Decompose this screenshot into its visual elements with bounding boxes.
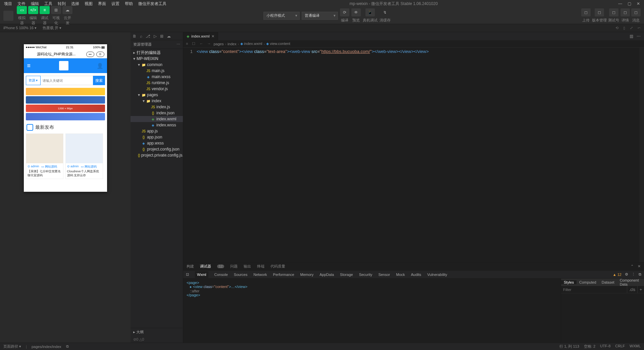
tree-item[interactable]: ▾📁pages xyxy=(131,92,183,98)
devtools-tab[interactable]: Console xyxy=(214,273,228,277)
minimize-icon[interactable]: — xyxy=(618,1,622,6)
status-item[interactable]: UTF-8 xyxy=(600,344,610,349)
outline-header[interactable]: ▸ 大纲 xyxy=(131,328,183,336)
tree-item[interactable]: JSmain.js xyxy=(131,68,183,74)
cloud-icon[interactable]: ☁ xyxy=(167,34,171,39)
search-input[interactable] xyxy=(41,76,93,85)
nav-back-icon[interactable]: ← xyxy=(199,42,203,46)
status-item[interactable]: WXML xyxy=(630,344,641,349)
debug-tab[interactable]: 终端 xyxy=(257,264,264,269)
tree-item[interactable]: {}app.json xyxy=(131,134,183,140)
minimap[interactable] xyxy=(639,48,644,262)
search-icon[interactable]: ⌕ xyxy=(140,34,142,39)
compile-button[interactable]: ⟳ xyxy=(340,8,349,16)
style-tab[interactable]: Dataset xyxy=(599,280,617,284)
style-tab[interactable]: Styles xyxy=(561,280,577,284)
tool-button[interactable]: ◻ xyxy=(595,8,604,16)
status-item[interactable]: 行 1, 列 113 xyxy=(559,344,579,349)
devtools-tab[interactable]: AppData xyxy=(319,273,334,277)
banner-item[interactable]: 1200 × 90px xyxy=(26,105,105,112)
close-tab-icon[interactable]: ✕ xyxy=(211,34,214,39)
tree-item[interactable]: ▾📁index xyxy=(131,98,183,104)
gear-icon[interactable]: ⚙ xyxy=(625,272,628,277)
tool-button[interactable]: ◻ xyxy=(609,8,618,16)
tree-item[interactable]: ◈index.wxss xyxy=(131,122,183,128)
breadcrumb-item[interactable]: ◈ view.content xyxy=(266,42,290,46)
menu-item[interactable]: 帮助 xyxy=(122,0,136,7)
page-path-select[interactable]: 页面路径 ▾ xyxy=(3,344,21,349)
nav-fwd-icon[interactable]: → xyxy=(207,42,211,46)
devtools-tab[interactable]: Memory xyxy=(300,273,314,277)
tree-item[interactable]: ◈app.wxss xyxy=(131,140,183,146)
user-icon[interactable]: 👤 xyxy=(97,63,103,69)
capsule-close-icon[interactable]: ◎ xyxy=(96,52,104,57)
avatar[interactable] xyxy=(3,11,13,21)
split-icon[interactable]: ▥ xyxy=(630,34,633,39)
tree-item[interactable]: {}project.config.json xyxy=(131,146,183,152)
search-button[interactable]: 搜索 xyxy=(93,76,105,85)
maximize-icon[interactable]: ▢ xyxy=(628,1,631,6)
tree-item[interactable]: JSindex.js xyxy=(131,104,183,110)
more-icon[interactable]: ⋮ xyxy=(632,272,635,277)
menu-item[interactable]: 设置 xyxy=(109,0,122,7)
editor-toggle[interactable]: </> xyxy=(28,6,38,14)
mobile-icon[interactable]: ▯ xyxy=(623,26,625,30)
tree-item[interactable]: {}project.private.config.js... xyxy=(131,152,183,158)
search-category-select[interactable]: 资源 ▾ xyxy=(26,76,41,85)
popout-icon[interactable]: ⧉ xyxy=(639,272,641,277)
compile-mode-select[interactable]: 小程序模式 xyxy=(263,12,300,20)
bookmark-icon[interactable]: ☐ xyxy=(192,42,195,46)
devtools-tab[interactable]: Audits xyxy=(411,273,422,277)
banner-item[interactable] xyxy=(26,113,105,120)
devtools-tab[interactable]: Sources xyxy=(234,273,247,277)
debug-tab[interactable]: 调试器 xyxy=(200,264,211,269)
tree-item[interactable]: JSapp.js xyxy=(131,128,183,134)
debug-tab[interactable]: 构建 xyxy=(187,264,194,269)
tree-item[interactable]: ◈main.wxss xyxy=(131,74,183,80)
files-icon[interactable]: 🗎 xyxy=(133,34,137,39)
close-icon[interactable]: ✕ xyxy=(638,264,641,269)
card-item[interactable]: ⊙ admin▭ 网站源码Cloudreve个人网盘系统源码 支持云存 xyxy=(65,133,103,179)
collapse-icon[interactable]: ≡ xyxy=(186,42,188,46)
banner-item[interactable] xyxy=(26,88,105,95)
back-icon[interactable]: ⤺ xyxy=(638,26,641,30)
style-filter-input[interactable] xyxy=(561,286,627,293)
devtools-tab[interactable]: Network xyxy=(253,273,267,277)
ext-icon[interactable]: ⊞ xyxy=(160,34,163,39)
debug-tab[interactable]: 问题 xyxy=(230,264,238,269)
tree-section-opened[interactable]: ▸打开的编辑器 xyxy=(131,50,183,56)
code-line[interactable]: <view class="content"><view class="text-… xyxy=(197,48,429,262)
file-tab[interactable]: ◈ index.wxml ✕ xyxy=(183,32,218,40)
status-item[interactable]: CRLF xyxy=(615,344,625,349)
status-item[interactable]: 空格: 2 xyxy=(584,344,595,349)
add-style-icon[interactable]: + xyxy=(637,286,644,293)
tree-item[interactable]: ◈index.wxml xyxy=(131,116,183,122)
dom-tree[interactable]: <page> ▸ <view class="content">…</view> … xyxy=(183,279,561,343)
menu-item[interactable]: 视图 xyxy=(82,0,95,7)
hot-reload-toggle[interactable]: 热重载 开 ▾ xyxy=(43,25,61,31)
tool-button[interactable]: ◻ xyxy=(631,8,641,16)
devtools-tab[interactable]: Storage xyxy=(340,273,353,277)
more-icon[interactable]: ⋯ xyxy=(637,34,641,39)
tree-item[interactable]: JSruntime.js xyxy=(131,80,183,86)
breadcrumb-item[interactable]: ◈ index.wxml xyxy=(240,42,262,46)
menu-item[interactable]: 项目 xyxy=(1,0,15,7)
style-tab[interactable]: Computed xyxy=(577,280,599,284)
breadcrumb-item[interactable]: index xyxy=(228,42,236,46)
devtools-tab[interactable]: Sensor xyxy=(378,273,390,277)
tool-button[interactable]: ◻ xyxy=(621,8,630,16)
tree-item[interactable]: ▾📁common xyxy=(131,62,183,68)
debug-tab[interactable]: 输出 xyxy=(244,264,251,269)
menu-icon[interactable]: ≡ xyxy=(27,62,31,69)
expand-icon[interactable]: ⤢ xyxy=(630,26,633,30)
device-select[interactable]: iPhone 5 100% 16 ▾ xyxy=(3,26,37,30)
debug-icon[interactable]: ▷ xyxy=(154,34,157,39)
capsule-menu-icon[interactable]: ••• xyxy=(86,52,94,57)
banner-item[interactable] xyxy=(26,96,105,104)
tree-item[interactable]: {}index.json xyxy=(131,110,183,116)
rotate-icon[interactable]: ⟲ xyxy=(615,26,618,30)
copy-icon[interactable]: ⧉ xyxy=(66,344,69,349)
cls-toggle[interactable]: .cls xyxy=(627,286,637,293)
cloud-toggle[interactable]: ☁ xyxy=(62,6,72,14)
card-item[interactable]: ⊙ admin▭ 网站源码【亲测】七分钟交友匿名聊天室源码 xyxy=(26,133,63,179)
